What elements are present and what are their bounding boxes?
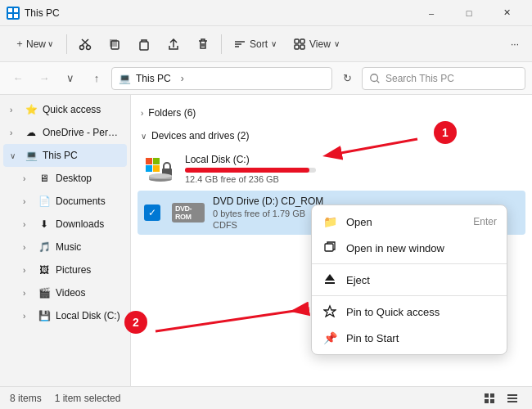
- folders-section-header[interactable]: › Folders (6): [138, 101, 525, 124]
- svg-rect-39: [507, 401, 517, 402]
- sidebar-item-local-disk[interactable]: › 💾 Local Disk (C:): [3, 304, 127, 327]
- ctx-divider-1: [312, 263, 507, 264]
- ctx-open-new-icon: [322, 240, 338, 256]
- sidebar-item-music[interactable]: › 🎵 Music: [3, 236, 127, 258]
- item-count: 8 items: [10, 393, 42, 404]
- annotation-2: 2: [124, 311, 147, 334]
- new-chevron: ∨: [47, 39, 53, 48]
- grid-view-button[interactable]: [480, 389, 499, 408]
- ctx-open-new-window[interactable]: Open in new window: [312, 235, 507, 261]
- sidebar-item-label: OneDrive - Perso...: [43, 127, 120, 138]
- sidebar-item-videos[interactable]: › 🎬 Videos: [3, 281, 127, 304]
- ctx-divider-2: [312, 295, 507, 296]
- sidebar-item-label: Music: [56, 241, 81, 253]
- sidebar-item-this-pc[interactable]: ∨ 💻 This PC: [3, 144, 127, 167]
- svg-rect-34: [490, 393, 494, 398]
- sidebar-item-label: Documents: [56, 196, 106, 207]
- devices-label: Devices and drives (2): [151, 130, 249, 142]
- list-view-button[interactable]: [503, 389, 522, 408]
- more-button[interactable]: ···: [504, 31, 525, 57]
- chevron-icon: ∨: [10, 151, 20, 160]
- dvd-check-icon: ✓: [144, 204, 160, 221]
- refresh-button[interactable]: ↻: [336, 67, 358, 90]
- music-icon: 🎵: [38, 241, 51, 253]
- disk-icon: 💾: [38, 310, 51, 321]
- divider-2: [221, 34, 222, 54]
- sidebar: › ⭐ Quick access › ☁ OneDrive - Perso...…: [0, 95, 131, 386]
- svg-rect-0: [8, 8, 12, 12]
- paste-button[interactable]: [131, 31, 157, 57]
- local-disk-bar-bg: [185, 168, 316, 173]
- svg-rect-36: [490, 399, 494, 403]
- chevron-icon: ›: [10, 106, 20, 115]
- sidebar-item-downloads[interactable]: › ⬇ Downloads: [3, 213, 127, 236]
- svg-line-20: [377, 80, 380, 83]
- sidebar-item-pictures[interactable]: › 🖼 Pictures: [3, 258, 127, 281]
- svg-point-28: [149, 173, 172, 178]
- downloads-icon: ⬇: [38, 218, 51, 230]
- share-button[interactable]: [160, 31, 187, 57]
- sidebar-item-quick-access[interactable]: › ⭐ Quick access: [3, 98, 127, 121]
- ctx-pin-start-icon: 📌: [322, 331, 338, 344]
- ctx-eject[interactable]: Eject: [312, 267, 507, 293]
- path-text: This PC: [136, 73, 171, 84]
- cut-button[interactable]: [72, 31, 98, 57]
- minimize-button[interactable]: –: [413, 0, 450, 26]
- up-button[interactable]: ↑: [85, 67, 108, 90]
- sidebar-item-desktop[interactable]: › 🖥 Desktop: [3, 167, 127, 190]
- svg-rect-31: [325, 282, 335, 284]
- this-pc-icon: 💻: [25, 150, 38, 161]
- sort-button[interactable]: Sort ∨: [227, 31, 283, 57]
- annotation-1: 1: [434, 121, 457, 144]
- sidebar-item-documents[interactable]: › 📄 Documents: [3, 190, 127, 213]
- chevron-icon: ›: [23, 289, 33, 298]
- recent-button[interactable]: ∨: [59, 67, 82, 90]
- divider-1: [66, 34, 67, 54]
- svg-marker-30: [325, 274, 335, 281]
- window-title: This PC: [25, 7, 413, 19]
- svg-rect-29: [325, 244, 333, 251]
- copy-button[interactable]: [101, 31, 128, 57]
- delete-button[interactable]: [190, 31, 216, 57]
- documents-icon: 📄: [38, 196, 51, 207]
- svg-rect-16: [300, 39, 304, 43]
- path-chevron[interactable]: ›: [176, 72, 189, 85]
- arrow-1: [311, 123, 442, 164]
- maximize-button[interactable]: □: [450, 0, 488, 26]
- sidebar-item-label: Pictures: [56, 264, 91, 276]
- address-bar: ← → ∨ ↑ 💻 This PC › ↻ Search This PC: [0, 62, 532, 95]
- svg-line-41: [156, 311, 295, 331]
- svg-point-5: [87, 45, 91, 49]
- chevron-icon: ›: [23, 197, 33, 206]
- new-icon: ＋: [15, 37, 25, 51]
- svg-rect-9: [140, 42, 148, 50]
- quick-access-icon: ⭐: [25, 104, 38, 115]
- svg-rect-17: [295, 45, 299, 49]
- svg-rect-3: [14, 14, 18, 18]
- sidebar-item-onedrive[interactable]: › ☁ OneDrive - Perso...: [3, 121, 127, 144]
- svg-rect-15: [295, 39, 299, 43]
- path-icon: 💻: [119, 73, 131, 84]
- ctx-pin-start[interactable]: 📌 Pin to Start: [312, 325, 507, 351]
- svg-rect-24: [153, 165, 160, 172]
- view-button[interactable]: View ∨: [286, 31, 346, 57]
- back-button[interactable]: ←: [7, 67, 29, 90]
- devices-chevron: ∨: [141, 132, 147, 141]
- sidebar-item-label: Desktop: [56, 173, 92, 184]
- forward-button[interactable]: →: [33, 67, 56, 90]
- ctx-open-new-label: Open in new window: [346, 242, 497, 254]
- new-button[interactable]: ＋ New ∨: [7, 31, 61, 57]
- local-disk-free: 12.4 GB free of 236 GB: [185, 174, 519, 184]
- selected-count: 1 item selected: [55, 393, 121, 404]
- ctx-open[interactable]: 📁 Open Enter: [312, 209, 507, 235]
- svg-rect-37: [507, 394, 517, 396]
- ctx-open-label: Open: [346, 216, 465, 228]
- address-path[interactable]: 💻 This PC ›: [111, 67, 332, 90]
- ctx-pin-quick-access[interactable]: Pin to Quick access: [312, 299, 507, 325]
- ctx-pin-start-label: Pin to Start: [346, 332, 497, 344]
- desktop-icon: 🖥: [38, 173, 51, 184]
- search-box[interactable]: Search This PC: [362, 67, 525, 90]
- window-controls: – □ ✕: [413, 0, 525, 26]
- folders-label: Folders (6): [148, 107, 196, 119]
- close-button[interactable]: ✕: [488, 0, 525, 26]
